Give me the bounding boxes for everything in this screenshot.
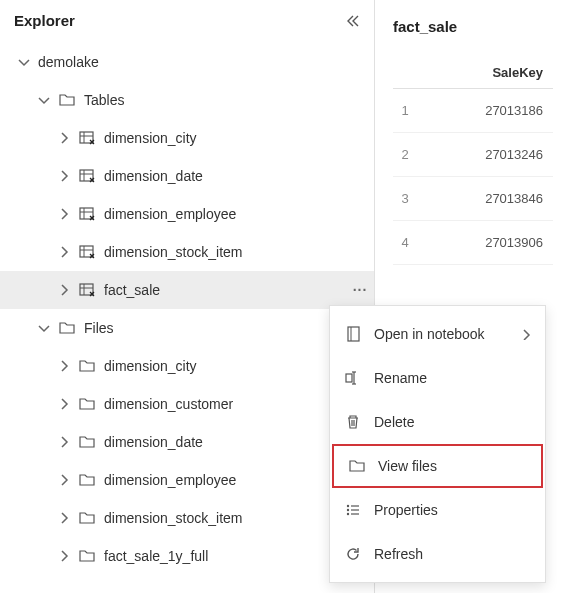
tree-node-table[interactable]: dimension_employee [0, 195, 374, 233]
menu-item-label: Open in notebook [374, 326, 519, 342]
table-row[interactable]: 327013846 [393, 177, 553, 221]
tree-node-label: dimension_employee [104, 206, 374, 222]
tree-node-tables[interactable]: Tables [0, 81, 374, 119]
table-row[interactable]: 427013906 [393, 221, 553, 265]
table-icon [78, 129, 96, 147]
tree-node-folder[interactable]: dimension_stock_item [0, 499, 374, 537]
folder-icon [78, 547, 96, 565]
tree-node-table[interactable]: dimension_stock_item [0, 233, 374, 271]
chevron-right-icon[interactable] [56, 434, 72, 450]
row-index: 2 [393, 133, 423, 177]
row-index: 3 [393, 177, 423, 221]
tree-node-label: dimension_date [104, 168, 374, 184]
row-index: 1 [393, 89, 423, 133]
folder-icon [78, 433, 96, 451]
folder-icon [78, 471, 96, 489]
explorer-tree: demolake Tables dimension_city dimension… [0, 43, 374, 575]
preview-panel: fact_sale SaleKey 127013186 227013246 32… [375, 0, 571, 265]
row-value: 27013186 [423, 89, 553, 133]
tree-node-folder[interactable]: dimension_employee [0, 461, 374, 499]
chevron-right-icon[interactable] [56, 358, 72, 374]
more-options-button[interactable]: ··· [346, 282, 374, 298]
tree-node-table[interactable]: dimension_city [0, 119, 374, 157]
menu-item-label: Refresh [374, 546, 531, 562]
preview-title: fact_sale [393, 18, 571, 35]
tree-node-folder[interactable]: dimension_city [0, 347, 374, 385]
table-header-index [393, 57, 423, 89]
folder-icon [58, 319, 76, 337]
row-value: 27013246 [423, 133, 553, 177]
tree-node-folder[interactable]: dimension_customer [0, 385, 374, 423]
folder-icon [348, 457, 366, 475]
row-value: 27013906 [423, 221, 553, 265]
chevron-right-icon[interactable] [56, 396, 72, 412]
chevron-down-icon[interactable] [36, 320, 52, 336]
tree-node-files[interactable]: Files [0, 309, 374, 347]
collapse-panel-icon[interactable] [346, 14, 360, 28]
folder-icon [78, 357, 96, 375]
chevron-right-icon[interactable] [56, 168, 72, 184]
properties-icon [344, 501, 362, 519]
folder-icon [78, 395, 96, 413]
menu-item-delete[interactable]: Delete [330, 400, 545, 444]
tree-node-label: demolake [38, 54, 374, 70]
folder-icon [58, 91, 76, 109]
explorer-title: Explorer [14, 12, 75, 29]
data-preview-table: SaleKey 127013186 227013246 327013846 42… [393, 57, 553, 265]
table-icon [78, 243, 96, 261]
row-value: 27013846 [423, 177, 553, 221]
tree-node-label: dimension_stock_item [104, 244, 374, 260]
menu-item-properties[interactable]: Properties [330, 488, 545, 532]
rename-icon [344, 369, 362, 387]
chevron-down-icon[interactable] [36, 92, 52, 108]
table-icon [78, 167, 96, 185]
tree-node-table-selected[interactable]: fact_sale ··· [0, 271, 374, 309]
menu-item-label: Delete [374, 414, 531, 430]
table-header-column[interactable]: SaleKey [423, 57, 553, 89]
tree-node-label: Tables [84, 92, 374, 108]
chevron-right-icon[interactable] [56, 244, 72, 260]
menu-item-rename[interactable]: Rename [330, 356, 545, 400]
menu-item-label: Rename [374, 370, 531, 386]
explorer-panel: Explorer demolake Tables dimension_city … [0, 0, 375, 593]
tree-node-table[interactable]: dimension_date [0, 157, 374, 195]
chevron-right-icon[interactable] [56, 206, 72, 222]
menu-item-label: Properties [374, 502, 531, 518]
menu-item-view-files[interactable]: View files [332, 444, 543, 488]
tree-node-folder[interactable]: dimension_date [0, 423, 374, 461]
trash-icon [344, 413, 362, 431]
chevron-right-icon [519, 328, 531, 340]
menu-item-label: View files [378, 458, 527, 474]
chevron-right-icon[interactable] [56, 472, 72, 488]
table-icon [78, 281, 96, 299]
chevron-right-icon[interactable] [56, 510, 72, 526]
tree-node-label: fact_sale [104, 282, 346, 298]
refresh-icon [344, 545, 362, 563]
chevron-right-icon[interactable] [56, 548, 72, 564]
tree-node-label: dimension_city [104, 130, 374, 146]
row-index: 4 [393, 221, 423, 265]
menu-item-refresh[interactable]: Refresh [330, 532, 545, 576]
context-menu: Open in notebook Rename Delete View file… [329, 305, 546, 583]
table-row[interactable]: 127013186 [393, 89, 553, 133]
notebook-icon [344, 325, 362, 343]
table-icon [78, 205, 96, 223]
menu-item-open-notebook[interactable]: Open in notebook [330, 312, 545, 356]
chevron-right-icon[interactable] [56, 130, 72, 146]
chevron-down-icon[interactable] [16, 54, 32, 70]
table-row[interactable]: 227013246 [393, 133, 553, 177]
tree-node-folder[interactable]: fact_sale_1y_full [0, 537, 374, 575]
folder-icon [78, 509, 96, 527]
tree-node-root[interactable]: demolake [0, 43, 374, 81]
chevron-right-icon[interactable] [56, 282, 72, 298]
